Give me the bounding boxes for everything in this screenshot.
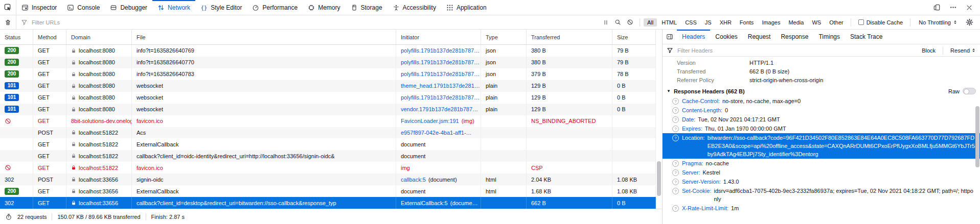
- header-row-server-version[interactable]: ?Server-Version:1.43.0: [663, 177, 980, 186]
- request-row[interactable]: 200GETlocalhost:8080info?t=1635826640769…: [0, 45, 656, 57]
- details-tab-headers[interactable]: Headers: [677, 30, 710, 44]
- node-picker-button[interactable]: [0, 0, 16, 15]
- initiator-link[interactable]: e957f897-042e-4ba1-aff1-…: [401, 130, 472, 136]
- clear-requests-button[interactable]: [0, 15, 16, 29]
- request-list-scrollbar[interactable]: [657, 161, 661, 196]
- header-row-location[interactable]: ?Location:bitwarden://sso-callback?code=…: [663, 133, 980, 159]
- search-button[interactable]: [612, 17, 624, 28]
- type-filter-css[interactable]: CSS: [681, 18, 700, 27]
- tool-tab-memory[interactable]: Memory: [303, 0, 345, 15]
- type-filter-fonts[interactable]: Fonts: [736, 18, 758, 27]
- type-filter-all[interactable]: All: [644, 18, 657, 27]
- performance-analysis-icon[interactable]: [5, 213, 12, 220]
- column-header-file[interactable]: File: [132, 30, 396, 44]
- raw-toggle[interactable]: [963, 88, 976, 94]
- request-row[interactable]: 200GETlocalhost:8080info?t=1635826640770…: [0, 57, 656, 68]
- header-row-set-cookie[interactable]: ?Set-Cookie:idsrv=adf6cba1-7075-402b-9ec…: [663, 186, 980, 204]
- request-row[interactable]: 302POSTlocalhost:33656signin-oidccallbac…: [0, 173, 656, 185]
- type-filter-xhr[interactable]: XHR: [716, 18, 735, 27]
- type-filter-images[interactable]: Images: [758, 18, 784, 27]
- request-blocking-button[interactable]: [624, 17, 636, 28]
- request-row[interactable]: GETlocalhost:51822favicon.icoimgCSP: [0, 162, 656, 173]
- tool-tab-application[interactable]: Application: [441, 0, 492, 15]
- request-row[interactable]: POSTlocalhost:51822Acse957f897-042e-4ba1…: [0, 127, 656, 139]
- resend-button[interactable]: Resend: [950, 47, 976, 54]
- request-row[interactable]: 200GETlocalhost:8080info?t=1635826640783…: [0, 68, 656, 80]
- initiator-link[interactable]: ExternalCallback:5: [401, 200, 448, 206]
- details-tab-timings[interactable]: Timings: [813, 30, 845, 44]
- header-row-x-rate-limit-limit[interactable]: ?X-Rate-Limit-Limit:1m: [663, 204, 980, 213]
- type-filter-media[interactable]: Media: [785, 18, 807, 27]
- request-row[interactable]: GETlocalhost:51822ExternalCallbackdocume…: [0, 138, 656, 150]
- block-url-button[interactable]: Block: [922, 47, 936, 54]
- close-devtools-button[interactable]: [964, 2, 975, 13]
- disable-cache-control[interactable]: Disable Cache: [854, 19, 907, 26]
- initiator-link[interactable]: polyfills.1791b137de281b787…: [401, 47, 480, 54]
- details-tab-stack-trace[interactable]: Stack Trace: [845, 30, 887, 44]
- request-row[interactable]: 101GETlocalhost:8080websockettheme_head.…: [0, 80, 656, 92]
- request-row[interactable]: 101GETlocalhost:8080websocketpolyfills.1…: [0, 92, 656, 104]
- header-row-pragma[interactable]: ?Pragma:no-cache: [663, 159, 980, 168]
- header-row-server[interactable]: ?Server:Kestrel: [663, 168, 980, 177]
- initiator-link[interactable]: vendor.1791b137de281b787…: [401, 106, 478, 112]
- type-filter-ws[interactable]: WS: [808, 18, 825, 27]
- header-row-date[interactable]: ?Date:Tue, 02 Nov 2021 04:17:21 GMT: [663, 115, 980, 124]
- column-header-status[interactable]: Status: [0, 30, 33, 44]
- type-filter-js[interactable]: JS: [701, 18, 715, 27]
- column-header-domain[interactable]: Domain: [66, 30, 132, 44]
- initiator-link[interactable]: polyfills.1791b137de281b787…: [401, 94, 480, 101]
- tool-tab-network[interactable]: Network: [152, 0, 195, 15]
- pause-traffic-button[interactable]: [600, 17, 612, 28]
- request-row[interactable]: 200GETlocalhost:33656ExternalCallbackdoc…: [0, 185, 656, 197]
- sidebar-toggle-button[interactable]: [663, 30, 677, 44]
- initiator-link[interactable]: theme_head.1791b137de281…: [401, 83, 480, 89]
- more-options-button[interactable]: [947, 2, 959, 13]
- details-tab-request[interactable]: Request: [743, 30, 776, 44]
- initiator-link[interactable]: polyfills.1791b137de281b787…: [401, 71, 480, 77]
- tool-tab-debugger[interactable]: Debugger: [105, 0, 152, 15]
- column-header-type[interactable]: Type: [481, 30, 527, 44]
- initiator-link[interactable]: polyfills.1791b137de281b787…: [401, 59, 480, 65]
- question-icon[interactable]: ?: [672, 126, 679, 132]
- tool-tab-performance[interactable]: Performance: [247, 0, 303, 15]
- request-row[interactable]: 101GETlocalhost:8080websocketvendor.1791…: [0, 104, 656, 115]
- tool-tab-console[interactable]: Console: [62, 0, 105, 15]
- request-row[interactable]: 302GETlocalhost:33656callback?client_id=…: [0, 197, 656, 209]
- initiator-link[interactable]: callback:5: [401, 177, 426, 183]
- column-header-transferred[interactable]: Transferred: [527, 30, 612, 44]
- header-row-content-length[interactable]: ?Content-Length:0: [663, 106, 980, 115]
- filter-urls-input[interactable]: [31, 19, 600, 26]
- column-header-method[interactable]: Method: [33, 30, 66, 44]
- question-icon[interactable]: ?: [672, 160, 679, 167]
- header-row-cache-control[interactable]: ?Cache-Control:no-store, no-cache, max-a…: [663, 96, 980, 106]
- question-icon[interactable]: ?: [672, 188, 679, 194]
- details-scrollbar[interactable]: [975, 106, 979, 167]
- type-filter-other[interactable]: Other: [826, 18, 847, 27]
- response-headers-section[interactable]: ▼ Response Headers (662 B) Raw: [663, 85, 980, 96]
- tool-tab-storage[interactable]: Storage: [346, 0, 388, 15]
- question-icon[interactable]: ?: [672, 98, 679, 105]
- request-row[interactable]: GETlocalhost:51822callback?client_id=oid…: [0, 150, 656, 162]
- question-icon[interactable]: ?: [672, 107, 679, 114]
- request-row[interactable]: GET8bit-solutions-dev.onelogin.…favicon.…: [0, 115, 656, 127]
- tool-tab-accessibility[interactable]: Accessibility: [388, 0, 441, 15]
- column-header-size[interactable]: Size: [612, 30, 656, 44]
- filter-headers-input[interactable]: [676, 47, 919, 54]
- question-icon[interactable]: ?: [672, 135, 679, 141]
- tool-tab-style-editor[interactable]: {}Style Editor: [195, 0, 247, 15]
- network-settings-button[interactable]: [963, 17, 976, 28]
- tool-tab-inspector[interactable]: Inspector: [16, 0, 62, 15]
- initiator-link[interactable]: FaviconLoader.jsm:191: [401, 118, 459, 124]
- question-icon[interactable]: ?: [672, 116, 679, 123]
- question-icon[interactable]: ?: [672, 205, 679, 212]
- question-icon[interactable]: ?: [672, 169, 679, 176]
- details-tab-cookies[interactable]: Cookies: [710, 30, 742, 44]
- question-icon[interactable]: ?: [672, 179, 679, 185]
- header-row-expires[interactable]: ?Expires:Thu, 01 Jan 1970 00:00:00 GMT: [663, 124, 980, 133]
- responsive-design-mode-button[interactable]: [931, 2, 942, 13]
- throttling-select[interactable]: No Throttling: [914, 19, 963, 26]
- type-filter-html[interactable]: HTML: [658, 18, 680, 27]
- column-header-initiator[interactable]: Initiator: [396, 30, 481, 44]
- details-tab-response[interactable]: Response: [776, 30, 813, 44]
- disable-cache-checkbox[interactable]: [858, 19, 864, 25]
